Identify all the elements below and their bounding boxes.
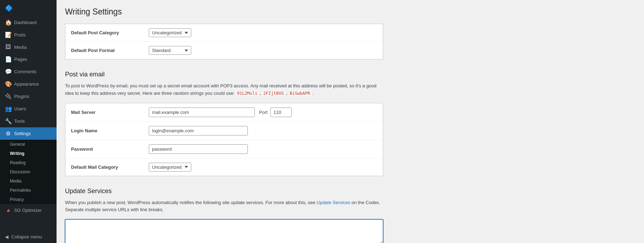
default-post-category-value: Uncategorized bbox=[149, 28, 377, 37]
collapse-icon: ◀ bbox=[5, 234, 8, 239]
port-input[interactable] bbox=[270, 108, 292, 117]
submenu-item-reading[interactable]: Reading bbox=[0, 158, 57, 167]
sidebar-item-users[interactable]: 👥 Users bbox=[0, 103, 57, 115]
default-post-category-section: Default Post Category Uncategorized Defa… bbox=[65, 24, 383, 59]
port-label: Port bbox=[259, 110, 268, 115]
default-post-format-row: Default Post Format Standard bbox=[65, 42, 383, 59]
media-icon: 🖼 bbox=[5, 44, 11, 50]
sidebar: 🔷 🏠 Dashboard 📝 Posts 🖼 Media 📄 Pages 💬 … bbox=[0, 0, 57, 243]
comments-icon: 💬 bbox=[5, 68, 11, 75]
update-services-description: When you publish a new post, WordPress a… bbox=[65, 199, 383, 214]
sidebar-item-plugins[interactable]: 🔌 Plugins bbox=[0, 90, 57, 103]
random-string-2: 2FIjtBVG bbox=[262, 91, 285, 96]
pages-icon: 📄 bbox=[5, 56, 11, 63]
update-services-heading: Update Services bbox=[65, 183, 636, 195]
default-mail-category-row: Default Mail Category Uncategorized bbox=[65, 158, 383, 176]
default-post-category-row: Default Post Category Uncategorized bbox=[65, 24, 383, 42]
plugins-icon: 🔌 bbox=[5, 93, 11, 100]
page-title: Writing Settings bbox=[65, 7, 636, 17]
login-name-row: Login Name bbox=[65, 122, 383, 140]
sidebar-item-pages[interactable]: 📄 Pages bbox=[0, 53, 57, 65]
sidebar-item-appearance[interactable]: 🎨 Appearance bbox=[0, 78, 57, 90]
post-via-email-section: Mail Server Port Login Name Password Def… bbox=[65, 103, 383, 176]
sidebar-logo: 🔷 bbox=[0, 0, 57, 16]
submenu-item-general[interactable]: General bbox=[0, 140, 57, 149]
post-via-email-description: To post to WordPress by email, you must … bbox=[65, 82, 383, 97]
login-name-value bbox=[149, 126, 377, 135]
sidebar-item-settings[interactable]: ⚙ Settings bbox=[0, 127, 57, 140]
posts-icon: 📝 bbox=[5, 31, 11, 38]
default-mail-category-label: Default Mail Category bbox=[71, 164, 149, 170]
sidebar-item-dashboard[interactable]: 🏠 Dashboard bbox=[0, 16, 57, 29]
dashboard-icon: 🏠 bbox=[5, 19, 11, 26]
sidebar-item-comments[interactable]: 💬 Comments bbox=[0, 65, 57, 78]
password-input[interactable] bbox=[149, 144, 248, 154]
password-label: Password bbox=[71, 146, 149, 152]
sidebar-item-tools[interactable]: 🔧 Tools bbox=[0, 115, 57, 127]
default-post-format-select[interactable]: Standard bbox=[149, 46, 191, 55]
random-string-1: 91L2Msli bbox=[236, 91, 258, 96]
mail-server-value: Port bbox=[149, 108, 377, 117]
sidebar-item-media[interactable]: 🖼 Media bbox=[0, 41, 57, 53]
default-post-format-label: Default Post Format bbox=[71, 48, 149, 53]
collapse-menu-button[interactable]: ◀ Collapse menu bbox=[0, 231, 57, 243]
submenu-item-permalinks[interactable]: Permalinks bbox=[0, 186, 57, 195]
login-name-input[interactable] bbox=[149, 126, 248, 135]
settings-icon: ⚙ bbox=[5, 130, 11, 137]
password-value bbox=[149, 144, 377, 154]
default-post-category-select[interactable]: Uncategorized bbox=[149, 28, 191, 37]
mail-server-label: Mail Server bbox=[71, 110, 149, 115]
settings-submenu: General Writing Reading Discussion Media… bbox=[0, 140, 57, 204]
sg-optimizer-item[interactable]: 🔺 SG Optimizer bbox=[0, 204, 57, 216]
sidebar-item-posts[interactable]: 📝 Posts bbox=[0, 29, 57, 41]
password-row: Password bbox=[65, 140, 383, 158]
default-post-category-label: Default Post Category bbox=[71, 30, 149, 35]
default-post-format-value: Standard bbox=[149, 46, 377, 55]
main-content: Writing Settings Default Post Category U… bbox=[57, 0, 644, 243]
appearance-icon: 🎨 bbox=[5, 81, 11, 87]
submenu-item-media-sub[interactable]: Media bbox=[0, 177, 57, 186]
wordpress-logo-icon: 🔷 bbox=[5, 4, 13, 12]
default-mail-category-select[interactable]: Uncategorized bbox=[149, 163, 191, 172]
users-icon: 👥 bbox=[5, 105, 11, 112]
update-services-link[interactable]: Update Services bbox=[317, 200, 350, 205]
mail-server-input[interactable] bbox=[149, 108, 255, 117]
mail-server-row: Mail Server Port bbox=[65, 103, 383, 122]
post-via-email-heading: Post via email bbox=[65, 66, 636, 78]
default-mail-category-value: Uncategorized bbox=[149, 163, 377, 172]
submenu-item-writing[interactable]: Writing bbox=[0, 149, 57, 158]
tools-icon: 🔧 bbox=[5, 118, 11, 125]
login-name-label: Login Name bbox=[71, 128, 149, 133]
random-string-3: BiSwbAPR bbox=[289, 91, 311, 96]
update-services-textarea[interactable] bbox=[65, 219, 383, 243]
submenu-item-discussion[interactable]: Discussion bbox=[0, 167, 57, 177]
submenu-item-privacy[interactable]: Privacy bbox=[0, 195, 57, 204]
sg-optimizer-icon: 🔺 bbox=[5, 207, 11, 214]
